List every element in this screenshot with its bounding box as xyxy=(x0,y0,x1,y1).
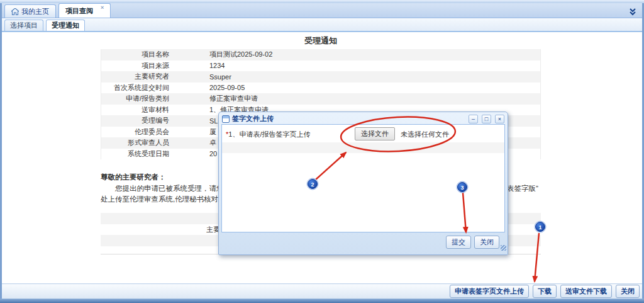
table-row: 项目来源 1234 xyxy=(101,60,540,72)
upload-field-label: *1、申请表/报告签字页上传 xyxy=(226,130,310,139)
field-label: 系统受理日期 xyxy=(101,149,208,159)
tab-overflow-button[interactable] xyxy=(628,7,638,16)
close-button[interactable]: 关闭 xyxy=(616,285,640,298)
subtab-select-project-label: 选择项目 xyxy=(10,21,38,30)
field-value: 项目测试2025-09-02 xyxy=(208,50,540,59)
download-button[interactable]: 下载 xyxy=(533,285,557,298)
field-value: 1234 xyxy=(208,62,540,69)
bottom-toolbar: 申请表签字页文件上传 下载 送审文件下载 关闭 xyxy=(2,283,642,299)
field-label: 主要研究者 xyxy=(101,72,208,81)
signature-upload-dialog: 签字文件上传 – □ × *1、申请表/报告签字页上传 选择文件 未选择任何文件… xyxy=(218,111,508,255)
letter-body-right: 表签字版” xyxy=(507,184,538,193)
window-frame-bottom xyxy=(0,299,644,303)
upload-signature-page-button[interactable]: 申请表签字页文件上传 xyxy=(450,285,529,298)
dialog-close-icon[interactable]: × xyxy=(495,115,504,123)
dialog-title: 签字文件上传 xyxy=(232,114,465,123)
field-label: 首次系统提交时间 xyxy=(101,83,208,93)
table-row: 主要研究者 Ssuper xyxy=(101,71,540,83)
tab-home-label: 我的主页 xyxy=(21,7,49,16)
no-file-selected-text: 未选择任何文件 xyxy=(401,130,449,139)
field-value: Ssuper xyxy=(208,73,540,81)
field-value: 修正案审查申请 xyxy=(208,94,540,103)
maximize-button[interactable]: □ xyxy=(482,115,491,123)
sub-tab-bar: 选择项目 受理通知 xyxy=(2,19,642,32)
field-label: 项目来源 xyxy=(101,61,208,71)
field-label: 送审材料 xyxy=(101,105,208,115)
letter-salutation: 尊敬的主要研究者： xyxy=(101,173,166,182)
upload-field-label-text: 1、申请表/报告签字页上传 xyxy=(228,130,310,138)
tab-home[interactable]: 我的主页 xyxy=(4,4,56,18)
subtab-acceptance-notice[interactable]: 受理通知 xyxy=(46,20,85,31)
home-icon xyxy=(11,8,19,15)
field-label: 申请/报告类别 xyxy=(101,94,208,103)
tab-close-icon[interactable]: × xyxy=(101,5,104,11)
subtab-acceptance-notice-label: 受理通知 xyxy=(52,21,79,30)
dialog-body: *1、申请表/报告签字页上传 选择文件 未选择任何文件 xyxy=(221,124,505,232)
dialog-icon xyxy=(222,115,230,123)
ethics-review-app: 我的主页 项目查阅 × 选择项目 受理通知 受理通知 项目名称 项目测试2025… xyxy=(0,0,644,303)
choose-file-button[interactable]: 选择文件 xyxy=(355,127,395,140)
chevron-double-down-icon xyxy=(628,8,637,16)
field-label: 形式审查人员 xyxy=(101,138,208,147)
tab-project-review[interactable]: 项目查阅 × xyxy=(58,3,111,18)
resize-grip[interactable] xyxy=(501,245,506,251)
page-title: 受理通知 xyxy=(101,35,541,47)
table-row: 申请/报告类别 修正案审查申请 xyxy=(101,93,540,105)
main-tab-bar: 我的主页 项目查阅 × xyxy=(2,3,642,18)
field-label: 项目名称 xyxy=(101,50,208,59)
field-label: 伦理委员会 xyxy=(101,127,208,137)
dialog-close-button[interactable]: 关闭 xyxy=(474,236,499,249)
field-value: 2025-09-05 xyxy=(208,84,540,91)
submit-button[interactable]: 提交 xyxy=(446,236,471,249)
dialog-row-stripe xyxy=(222,142,504,153)
table-row: 首次系统提交时间 2025-09-05 xyxy=(101,83,540,94)
subtab-select-project[interactable]: 选择项目 xyxy=(4,20,43,31)
tab-project-review-label: 项目查阅 xyxy=(65,6,93,16)
minimize-button[interactable]: – xyxy=(469,115,478,123)
dialog-titlebar[interactable]: 签字文件上传 – □ × xyxy=(219,112,508,124)
dialog-footer: 提交 关闭 xyxy=(219,232,508,252)
field-label: 受理编号 xyxy=(101,116,208,125)
table-row: 项目名称 项目测试2025-09-02 xyxy=(101,49,540,60)
download-review-files-button[interactable]: 送审文件下载 xyxy=(560,285,612,298)
